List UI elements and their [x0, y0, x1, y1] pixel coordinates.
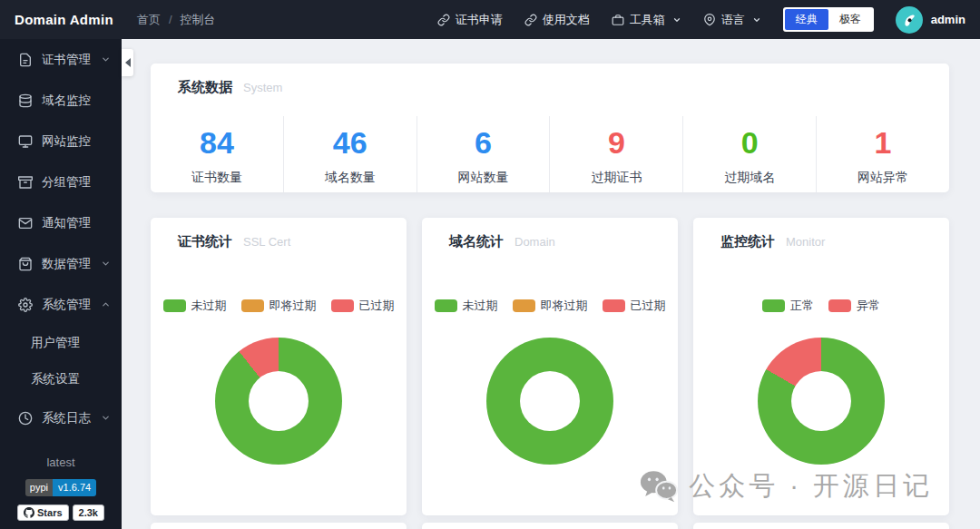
docs-link[interactable]: 使用文档: [524, 12, 590, 28]
latest-label: latest: [0, 456, 122, 469]
navbar-right: 证书申请 使用文档 工具箱 语言 经典: [437, 6, 980, 34]
sidebar-item-system[interactable]: 系统管理: [0, 284, 122, 325]
monitor-donut-chart[interactable]: [758, 338, 885, 465]
sidebar-item-certificates[interactable]: 证书管理: [0, 39, 122, 80]
legend-item[interactable]: 未过期: [163, 298, 227, 314]
sidebar-subitem-settings[interactable]: 系统设置: [0, 361, 122, 397]
legend-marker: [435, 299, 457, 312]
partial-card: [151, 523, 407, 529]
sidebar-item-groups[interactable]: 分组管理: [0, 162, 122, 202]
legend-marker: [603, 299, 625, 312]
legend-label: 即将过期: [541, 298, 588, 314]
sidebar-subitem-label: 系统设置: [31, 371, 80, 387]
sidebar-item-label: 域名监控: [42, 93, 91, 109]
card-subtitle: Monitor: [786, 235, 825, 249]
user-menu[interactable]: admin: [896, 6, 965, 34]
stat-label: 过期证书: [550, 170, 682, 186]
legend-item[interactable]: 已过期: [603, 298, 666, 314]
link-icon: [437, 14, 450, 26]
next-cards-row: [151, 523, 949, 529]
sidebar-item-website-monitor[interactable]: 网站监控: [0, 121, 122, 162]
card-subtitle: Domain: [514, 235, 555, 249]
link-icon: [524, 14, 537, 26]
card-header: 域名统计 Domain: [422, 218, 678, 250]
legend-label: 正常: [790, 298, 814, 314]
breadcrumb-current: 控制台: [181, 12, 216, 28]
stat-value: 9: [550, 122, 682, 162]
github-stars-badge[interactable]: Stars 2.3k: [17, 505, 104, 521]
clock-icon: [18, 411, 33, 426]
brand-title: Domain Admin: [15, 12, 113, 27]
legend-marker: [241, 299, 264, 312]
partial-card: [693, 523, 949, 529]
pypi-version: v1.6.74: [53, 479, 96, 496]
cert-donut-chart[interactable]: [215, 338, 342, 465]
theme-geek-button[interactable]: 极客: [828, 9, 872, 30]
username-label: admin: [931, 13, 965, 26]
sidebar-collapse-handle[interactable]: [122, 49, 133, 76]
chevron-down-icon: [752, 15, 761, 24]
toolbox-icon: [612, 14, 624, 26]
sidebar-item-logs[interactable]: 系统日志: [0, 397, 122, 438]
stats-row: 84 证书数量 46 域名数量 6 网站数量 9 过期证书 0 过期域名 1 网…: [151, 116, 949, 192]
stat-value: 6: [417, 122, 550, 162]
legend-item[interactable]: 正常: [762, 298, 814, 314]
sidebar-item-domain-monitor[interactable]: 域名监控: [0, 80, 122, 121]
legend-marker: [331, 299, 354, 312]
monitor-icon: [18, 134, 33, 149]
legend-marker: [163, 299, 186, 312]
toolbox-menu[interactable]: 工具箱: [612, 12, 681, 28]
legend-item[interactable]: 已过期: [331, 298, 395, 314]
chevron-down-icon: [672, 15, 681, 24]
theme-classic-button[interactable]: 经典: [785, 9, 828, 30]
stat-label: 证书数量: [151, 170, 283, 186]
cert-apply-link[interactable]: 证书申请: [437, 12, 503, 28]
legend-item[interactable]: 即将过期: [241, 298, 317, 314]
top-navbar: Domain Admin 首页 / 控制台 证书申请 使用文档 工具箱: [0, 0, 980, 39]
language-menu[interactable]: 语言: [703, 12, 761, 28]
card-header: 证书统计 SSL Cert: [151, 218, 407, 250]
sidebar-item-label: 数据管理: [42, 256, 91, 272]
legend-label: 异常: [857, 298, 880, 314]
breadcrumb-home[interactable]: 首页: [137, 12, 161, 28]
sidebar-item-label: 证书管理: [42, 52, 91, 68]
partial-card: [422, 523, 678, 529]
system-data-card: 系统数据 System 84 证书数量 46 域名数量 6 网站数量 9 过期证…: [151, 64, 949, 192]
stat-value: 0: [683, 122, 816, 162]
chart-legend: 正常异常: [693, 298, 949, 314]
legend-item[interactable]: 未过期: [435, 298, 498, 314]
pypi-version-badge[interactable]: pypi v1.6.74: [25, 479, 96, 496]
breadcrumb: 首页 / 控制台: [137, 12, 216, 28]
card-title: 证书统计: [178, 233, 232, 250]
stat-website-errors: 1 网站异常: [817, 116, 949, 192]
legend-item[interactable]: 异常: [828, 298, 880, 314]
card-header: 系统数据 System: [151, 64, 949, 96]
stat-website-count: 6 网站数量: [417, 116, 551, 192]
chevron-up-icon: [101, 299, 111, 309]
sidebar-subitem-users[interactable]: 用户管理: [0, 325, 122, 361]
domain-donut-chart[interactable]: [486, 338, 613, 465]
version-block: latest pypi v1.6.74 Stars 2.3k: [0, 456, 122, 522]
stars-label: Stars: [37, 507, 63, 518]
legend-item[interactable]: 即将过期: [513, 298, 588, 314]
legend-marker: [762, 299, 785, 312]
sidebar-item-label: 网站监控: [42, 133, 91, 150]
card-subtitle: System: [243, 81, 282, 94]
cert-apply-label: 证书申请: [456, 12, 503, 28]
stat-value: 46: [284, 122, 416, 162]
stat-cert-count: 84 证书数量: [151, 116, 284, 192]
stat-label: 域名数量: [284, 170, 416, 186]
wechat-icon: [640, 470, 678, 503]
pypi-label: pypi: [25, 479, 53, 496]
stat-label: 网站数量: [417, 170, 550, 186]
chevron-down-icon: [101, 259, 111, 269]
sidebar-item-data[interactable]: 数据管理: [0, 243, 122, 284]
database-icon: [18, 93, 33, 108]
stat-expired-domains: 0 过期域名: [683, 116, 817, 192]
stars-count: 2.3k: [73, 505, 104, 521]
sidebar-item-notifications[interactable]: 通知管理: [0, 202, 122, 243]
legend-label: 未过期: [191, 298, 227, 314]
sidebar-item-label: 系统日志: [42, 410, 91, 426]
sidebar-item-label: 通知管理: [42, 215, 91, 231]
location-icon: [703, 14, 716, 26]
